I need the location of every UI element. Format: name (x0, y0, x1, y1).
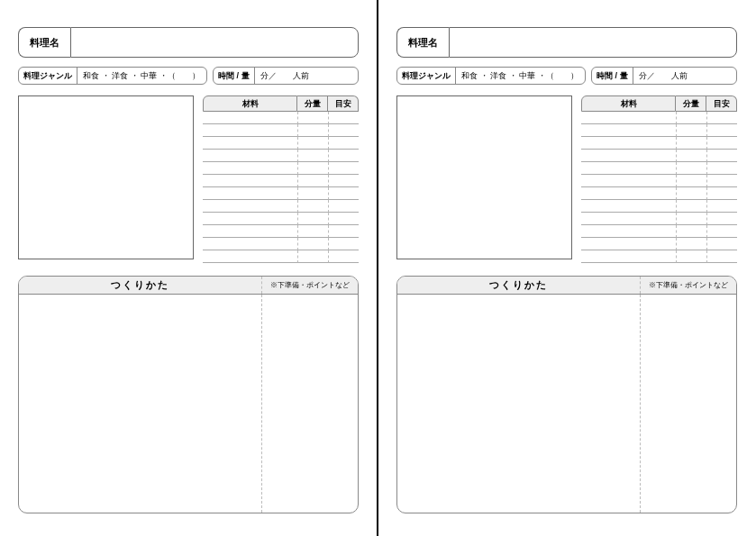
ingredient-row[interactable] (203, 124, 359, 137)
ingredient-cell-qty[interactable] (297, 250, 328, 263)
ingredient-cell-material[interactable] (203, 137, 297, 150)
ingredient-cell-qty[interactable] (676, 162, 706, 175)
ingredient-cell-qty[interactable] (297, 187, 328, 200)
ingredient-cell-material[interactable] (581, 250, 676, 263)
ingredient-cell-material[interactable] (203, 213, 297, 225)
ingredient-row[interactable] (581, 250, 737, 263)
ingredient-cell-est[interactable] (328, 187, 359, 200)
ingredient-cell-material[interactable] (203, 162, 297, 175)
ingredient-row[interactable] (203, 175, 359, 187)
ingredient-cell-qty[interactable] (676, 250, 706, 263)
ingredient-cell-qty[interactable] (676, 238, 706, 250)
ingredient-cell-est[interactable] (706, 213, 737, 225)
ingredient-cell-material[interactable] (581, 175, 676, 187)
ingredient-cell-material[interactable] (581, 150, 676, 162)
ingredient-cell-qty[interactable] (676, 124, 706, 137)
ingredient-cell-qty[interactable] (676, 175, 706, 187)
ingredient-cell-material[interactable] (203, 175, 297, 187)
dish-name-field[interactable] (70, 27, 359, 58)
ingredient-cell-est[interactable] (706, 124, 737, 137)
ingredient-cell-est[interactable] (328, 162, 359, 175)
ingredient-cell-est[interactable] (328, 238, 359, 250)
ingredient-cell-est[interactable] (706, 187, 737, 200)
genre-options[interactable]: 和食 ・ 洋食 ・ 中華 ・（ ） (456, 70, 584, 82)
ingredient-cell-material[interactable] (581, 187, 676, 200)
ingredient-cell-qty[interactable] (297, 238, 328, 250)
ingredient-cell-est[interactable] (328, 112, 359, 124)
ingredient-cell-est[interactable] (328, 213, 359, 225)
ingredient-cell-material[interactable] (203, 238, 297, 250)
ingredient-cell-material[interactable] (581, 137, 676, 150)
ingredient-cell-est[interactable] (328, 175, 359, 187)
ingredient-row[interactable] (203, 238, 359, 250)
ingredient-cell-qty[interactable] (676, 200, 706, 213)
ingredient-cell-material[interactable] (581, 112, 676, 124)
ingredient-cell-est[interactable] (706, 250, 737, 263)
ingredient-row[interactable] (581, 137, 737, 150)
ingredient-cell-material[interactable] (203, 112, 297, 124)
ingredient-cell-material[interactable] (581, 200, 676, 213)
ingredient-cell-material[interactable] (203, 225, 297, 238)
ingredient-row[interactable] (203, 137, 359, 150)
ingredient-cell-est[interactable] (706, 137, 737, 150)
ingredient-cell-est[interactable] (706, 200, 737, 213)
ingredient-cell-qty[interactable] (676, 187, 706, 200)
ingredient-cell-est[interactable] (706, 150, 737, 162)
ingredient-row[interactable] (203, 213, 359, 225)
time-value[interactable]: 分／ 人前 (633, 70, 693, 82)
ingredient-cell-qty[interactable] (297, 213, 328, 225)
ingredient-cell-qty[interactable] (297, 225, 328, 238)
ingredient-cell-material[interactable] (581, 162, 676, 175)
ingredient-row[interactable] (581, 200, 737, 213)
ingredient-cell-est[interactable] (328, 200, 359, 213)
ingredient-row[interactable] (581, 187, 737, 200)
ingredient-row[interactable] (581, 225, 737, 238)
photo-box[interactable] (396, 95, 572, 259)
ingredient-row[interactable] (581, 124, 737, 137)
time-value[interactable]: 分／ 人前 (255, 70, 314, 82)
ingredient-row[interactable] (203, 150, 359, 162)
ingredient-cell-qty[interactable] (297, 112, 328, 124)
ingredient-cell-est[interactable] (706, 112, 737, 124)
ingredient-cell-est[interactable] (328, 124, 359, 137)
ingredient-row[interactable] (203, 200, 359, 213)
ingredient-cell-material[interactable] (203, 124, 297, 137)
method-main-area[interactable] (19, 295, 262, 513)
ingredient-cell-qty[interactable] (676, 213, 706, 225)
ingredient-row[interactable] (581, 112, 737, 124)
ingredient-cell-qty[interactable] (297, 175, 328, 187)
ingredient-cell-est[interactable] (706, 175, 737, 187)
ingredient-cell-material[interactable] (581, 213, 676, 225)
ingredient-cell-qty[interactable] (297, 137, 328, 150)
dish-name-field[interactable] (449, 27, 737, 58)
ingredient-cell-material[interactable] (581, 225, 676, 238)
ingredient-cell-qty[interactable] (676, 150, 706, 162)
ingredient-cell-qty[interactable] (676, 137, 706, 150)
ingredient-cell-qty[interactable] (297, 124, 328, 137)
ingredient-cell-est[interactable] (328, 250, 359, 263)
ingredient-cell-qty[interactable] (297, 162, 328, 175)
ingredient-cell-est[interactable] (328, 225, 359, 238)
ingredient-cell-est[interactable] (706, 225, 737, 238)
method-main-area[interactable] (397, 295, 641, 513)
ingredient-cell-material[interactable] (203, 250, 297, 263)
ingredient-cell-qty[interactable] (297, 150, 328, 162)
ingredient-cell-est[interactable] (328, 150, 359, 162)
ingredient-cell-qty[interactable] (676, 112, 706, 124)
ingredient-row[interactable] (203, 112, 359, 124)
ingredient-row[interactable] (203, 187, 359, 200)
ingredient-row[interactable] (581, 175, 737, 187)
ingredient-row[interactable] (203, 225, 359, 238)
method-tips-area[interactable] (262, 295, 358, 513)
photo-box[interactable] (18, 95, 194, 259)
ingredient-row[interactable] (203, 162, 359, 175)
ingredient-row[interactable] (581, 213, 737, 225)
ingredient-cell-est[interactable] (328, 137, 359, 150)
ingredient-row[interactable] (581, 150, 737, 162)
ingredient-cell-est[interactable] (706, 238, 737, 250)
method-tips-area[interactable] (641, 295, 736, 513)
ingredient-row[interactable] (581, 162, 737, 175)
ingredient-cell-material[interactable] (581, 238, 676, 250)
ingredient-cell-material[interactable] (203, 150, 297, 162)
genre-options[interactable]: 和食 ・ 洋食 ・ 中華 ・（ ） (77, 70, 205, 82)
